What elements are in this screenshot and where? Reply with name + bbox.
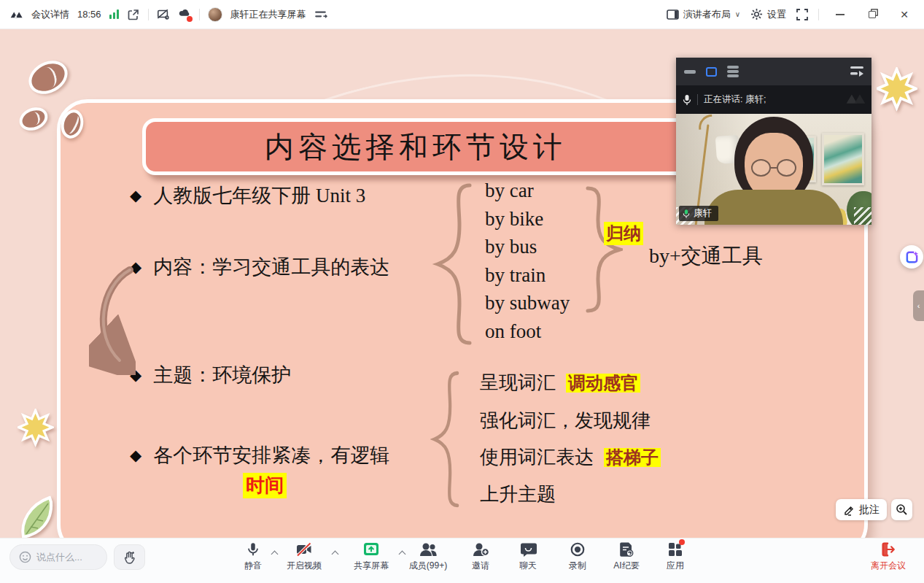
speaker-layout-icon <box>667 9 679 20</box>
window-close-button[interactable]: ✕ <box>893 5 915 24</box>
network-signal-icon[interactable] <box>109 9 119 19</box>
slide-bullet: ◆ 各个环节安排紧凑，有逻辑 <box>130 442 389 468</box>
window-restore-button[interactable] <box>861 5 883 24</box>
bullet-text: 人教版七年级下册 Unit 3 <box>153 182 365 209</box>
watermark-logo-icon <box>845 91 867 106</box>
apps-notification-badge <box>679 539 685 545</box>
divider <box>697 94 698 105</box>
leave-meeting-icon <box>880 541 896 557</box>
slide-bullet: ◆ 主题：环境保护 <box>130 362 291 388</box>
transport-item: by car <box>485 179 570 208</box>
chat-button-label: 聊天 <box>519 560 537 572</box>
invite-person-icon <box>472 541 489 557</box>
members-icon <box>419 541 438 557</box>
layout-switcher-button[interactable]: 演讲者布局 ∨ <box>667 8 740 21</box>
video-options-caret[interactable] <box>332 550 338 556</box>
speaking-mic-icon <box>683 94 691 106</box>
settings-button-label: 设置 <box>767 8 786 21</box>
meeting-time: 18:56 <box>77 9 101 20</box>
induction-highlight-tag: 归纳 <box>604 222 643 245</box>
curved-arrow-decoration <box>89 264 136 375</box>
left-brace-decoration <box>432 182 473 346</box>
fullscreen-icon[interactable] <box>796 9 808 20</box>
speaking-status-bar: 正在讲话: 康轩; <box>676 85 871 114</box>
start-video-button[interactable]: 开启视频 <box>275 541 333 572</box>
open-in-new-window-icon[interactable] <box>127 8 140 21</box>
zoom-in-button[interactable] <box>891 499 912 520</box>
meeting-details-link[interactable]: 会议详情 <box>31 8 69 21</box>
share-screen-button[interactable]: 共享屏幕 <box>342 541 400 572</box>
sharing-status-text: 康轩正在共享屏幕 <box>230 8 306 21</box>
window-minimize-button[interactable] <box>829 5 851 24</box>
participant-name-tag: 康轩 <box>679 206 718 221</box>
mute-button-label: 静音 <box>244 560 262 572</box>
left-brace-decoration <box>430 371 459 508</box>
slide-bullet: ◆ 内容：学习交通工具的表达 <box>130 254 389 280</box>
participant-video[interactable]: 康轩 <box>676 114 871 225</box>
time-highlight-tag: 时间 <box>243 473 287 498</box>
apps-button-label: 应用 <box>667 560 684 572</box>
wall-painting <box>822 133 864 185</box>
meeting-toolbar: 说点什么... 静音 开启视频 共享屏幕 <box>0 538 924 583</box>
star-sticker-decoration <box>877 67 917 112</box>
step-item: 呈现词汇调动感官 <box>480 370 640 395</box>
participant-video-panel[interactable]: 正在讲话: 康轩; 康轩 <box>676 58 871 225</box>
sharer-avatar <box>208 7 222 22</box>
start-video-button-label: 开启视频 <box>287 560 322 572</box>
video-panel-toolbar <box>676 58 871 85</box>
magnifier-plus-icon <box>896 503 908 516</box>
transcription-disabled-icon[interactable] <box>157 8 170 21</box>
collapse-panel-tab[interactable]: ‹ <box>913 290 924 321</box>
resize-handle[interactable] <box>854 207 871 225</box>
transport-item: by train <box>485 264 570 293</box>
chevron-down-icon: ∨ <box>735 10 740 18</box>
raise-hand-button[interactable] <box>114 544 145 570</box>
star-sticker-decoration <box>18 409 54 448</box>
apps-button[interactable]: 应用 <box>646 541 704 572</box>
gear-icon <box>750 8 763 20</box>
raise-hand-icon <box>123 550 136 565</box>
cloud-status-icon[interactable] <box>178 7 191 23</box>
cloud-notification-badge <box>187 16 193 22</box>
sharing-detail-icon[interactable] <box>314 8 327 21</box>
step-highlight-tag: 搭梯子 <box>604 448 661 467</box>
annotate-button[interactable]: 批注 <box>836 499 887 520</box>
quick-chat-input[interactable]: 说点什么... <box>9 544 107 570</box>
topbar-divider <box>818 9 819 20</box>
leaf-sticker-decoration <box>18 495 60 538</box>
video-layout-active-icon[interactable] <box>706 67 717 77</box>
leave-meeting-button[interactable]: 离开会议 <box>862 541 915 572</box>
topbar-divider <box>199 9 200 20</box>
pen-icon <box>843 504 855 516</box>
share-screen-icon <box>362 541 380 557</box>
ai-minutes-button-label: AI纪要 <box>613 560 639 572</box>
step-item: 上升主题 <box>480 482 556 507</box>
coffee-bean-decoration <box>23 54 73 100</box>
settings-button[interactable]: 设置 <box>750 8 786 21</box>
speaking-status-text: 正在讲话: 康轩; <box>704 93 766 106</box>
smiley-icon <box>19 551 31 563</box>
annotate-button-label: 批注 <box>859 503 880 517</box>
panel-collapse-icon[interactable] <box>850 66 863 77</box>
transport-item: by bus <box>485 236 570 264</box>
coffee-bean-decoration <box>16 104 51 135</box>
video-list-layout-icon[interactable] <box>727 66 739 77</box>
layout-button-label: 演讲者布局 <box>683 8 731 21</box>
video-hide-icon[interactable] <box>684 70 696 74</box>
transport-item: by bike <box>485 208 570 236</box>
invite-button-label: 邀请 <box>472 560 489 572</box>
diamond-bullet-icon: ◆ <box>130 187 141 204</box>
members-button-label: 成员(99+) <box>409 560 447 572</box>
slide-title: 内容选择和环节设计 <box>142 118 689 175</box>
bullet-text: 各个环节安排紧凑，有逻辑 <box>153 442 389 468</box>
members-button[interactable]: 成员(99+) <box>399 541 457 572</box>
participant-name: 康轩 <box>694 207 712 220</box>
step-highlight-tag: 调动感官 <box>566 374 640 393</box>
diamond-bullet-icon: ◆ <box>130 447 141 464</box>
ai-assistant-button[interactable] <box>900 245 923 269</box>
slide-bullet: ◆ 人教版七年级下册 Unit 3 <box>130 182 365 209</box>
step-item: 强化词汇，发现规律 <box>480 408 651 433</box>
participant-glasses <box>751 159 796 177</box>
chat-input-placeholder: 说点什么... <box>36 551 82 564</box>
microphone-icon <box>245 541 261 557</box>
